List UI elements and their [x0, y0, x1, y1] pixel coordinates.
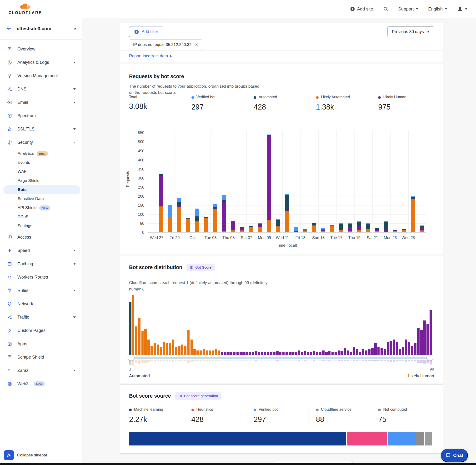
close-icon[interactable]: ✕ [195, 42, 198, 47]
bot-score-generation-badge[interactable]: Bot score generation [175, 392, 222, 400]
sidebar-item-custom-pages[interactable]: Custom Pages [0, 324, 82, 337]
sidebar-item-scrape-shield[interactable]: Scrape Shield [0, 350, 82, 364]
bar-segment-likely-automated [420, 231, 424, 232]
gridline-vertical [408, 130, 409, 232]
main-content: Add filter IP does not equal 35.212.240.… [82, 18, 476, 465]
sidebar-item-dns[interactable]: DNS [0, 82, 82, 96]
add-filter-button[interactable]: Add filter [129, 26, 163, 37]
bar-segment-likely-automated [366, 229, 370, 232]
divider [120, 50, 443, 51]
x-axis-labels: Wed 27Fri 29OctTue 03Thu 05Sat 07Mon 09W… [148, 235, 426, 241]
sidebar-item-page-shield[interactable]: Page Shield [0, 176, 82, 185]
bar-segment-automated [348, 224, 352, 228]
sidebar-item-events[interactable]: Events [0, 158, 82, 167]
sidebar-item-label: API Shield [18, 205, 36, 210]
slider-handle-min[interactable] [128, 355, 134, 361]
histogram-bar [353, 347, 355, 355]
bot-score-badge[interactable]: Bot Score [186, 264, 215, 271]
bar-segment-likely-automated [222, 232, 226, 232]
histogram-reflection-bar [132, 360, 135, 366]
histogram-reflection-bar [328, 360, 331, 361]
support-menu[interactable]: Support [398, 6, 418, 12]
collapse-sidebar[interactable]: Collapse sidebar [0, 448, 82, 463]
sidebar-item-overview[interactable]: Overview [0, 42, 82, 56]
sidebar-item-label: Scrape Shield [17, 355, 44, 360]
sidebar-item-workers-routes[interactable]: Workers Routes [0, 270, 82, 284]
filter-card: Add filter IP does not equal 35.212.240.… [120, 23, 443, 62]
histogram-bar [148, 339, 150, 355]
account-menu[interactable] [457, 6, 467, 12]
sidebar-item-analytics-logs[interactable]: Analytics & Logs [0, 56, 82, 69]
histogram-bar [356, 349, 358, 355]
sidebar-item-sensitive-data[interactable]: Sensitive Data [0, 194, 82, 203]
sidebar-item-bots[interactable]: Bots [3, 185, 81, 194]
expand-site-menu-icon[interactable] [74, 28, 76, 30]
sidebar-item-security[interactable]: Security [0, 136, 82, 149]
histogram-reflection-bar [172, 360, 174, 362]
sidebar-item-settings[interactable]: Settings [0, 222, 82, 231]
chat-button[interactable]: Chat [441, 449, 468, 462]
sidebar-item-spectrum[interactable]: Spectrum [0, 109, 82, 122]
sidebar-item-caching[interactable]: Caching [0, 257, 82, 270]
histogram-bar [340, 351, 343, 355]
histogram-bar [304, 351, 306, 355]
report-incorrect-data-link[interactable]: Report incorrect data [129, 53, 172, 59]
filter-chip[interactable]: IP does not equal 35.212.240.32 ✕ [129, 39, 202, 50]
sidebar-item-network[interactable]: Network [0, 297, 82, 310]
gridline-vertical [426, 130, 426, 232]
new-badge: New [39, 205, 50, 211]
chevron-down-icon [73, 263, 76, 265]
legend-dot [129, 409, 132, 411]
sidebar-item-api-shield[interactable]: API ShieldNew [0, 203, 82, 212]
histogram-bar [295, 352, 297, 355]
site-name[interactable]: cftestsite3.com [17, 26, 70, 32]
histogram-reflection-bar [414, 360, 416, 361]
chevron-down-icon [73, 290, 76, 291]
back-arrow-icon[interactable] [6, 26, 12, 32]
add-site-button[interactable]: Add site [350, 6, 373, 12]
gear-icon[interactable] [4, 450, 14, 460]
histogram-reflection-bar [377, 360, 380, 361]
histogram-reflection-bar [252, 360, 254, 360]
caching-icon [7, 261, 12, 266]
sidebar-item-web3[interactable]: Web3New [0, 377, 82, 391]
histogram-bar [227, 352, 230, 355]
sidebar-item-access[interactable]: Access [0, 231, 82, 244]
histogram-reflection-bar [295, 360, 297, 360]
histogram-bar [144, 329, 147, 355]
custom-pages-icon [7, 328, 12, 333]
language-menu[interactable]: English [428, 6, 447, 12]
sidebar-item-label: Events [18, 160, 30, 165]
histogram-bar [276, 351, 279, 355]
sidebar-item-label: WAF [18, 169, 26, 174]
cloudflare-logo[interactable]: CLOUDFLARE [9, 3, 42, 15]
stat-value: 297 [254, 415, 309, 424]
sidebar-item-waf[interactable]: WAF [0, 167, 82, 176]
histogram-bar [399, 349, 401, 355]
date-range-select[interactable]: Previous 30 days [387, 26, 434, 37]
histogram-bar [344, 348, 346, 355]
email-icon [7, 100, 12, 105]
sidebar-item-apps[interactable]: Apps [0, 337, 82, 350]
sidebar-item-ssl-tls[interactable]: SSL/TLS [0, 122, 82, 136]
stacked-bar [411, 196, 415, 232]
chevron-down-icon [73, 370, 76, 371]
slider-handle-max[interactable] [427, 355, 433, 361]
stacked-bar [330, 225, 334, 232]
x-tick-label: Sun 15 [312, 235, 325, 240]
sidebar-item-traffic[interactable]: Traffic [0, 310, 82, 324]
histogram-bar [374, 343, 377, 355]
bar-segment-likely-automated [159, 206, 163, 232]
sidebar-item-rules[interactable]: Rules [0, 284, 82, 297]
sidebar-item-zaraz[interactable]: Zaraz [0, 364, 82, 377]
sidebar-item-label: DNS [17, 87, 26, 92]
histogram-reflection-bar [408, 360, 411, 361]
sidebar-item-analytics[interactable]: AnalyticsBeta [0, 149, 82, 158]
search-button[interactable] [383, 6, 388, 12]
sidebar-item-speed[interactable]: Speed [0, 244, 82, 257]
sidebar-item-label: Sensitive Data [18, 196, 44, 201]
sidebar-item-email[interactable]: Email [0, 96, 82, 109]
histogram-bar [169, 343, 171, 355]
sidebar-item-ddos[interactable]: DDoS [0, 212, 82, 222]
sidebar-item-version-management[interactable]: Version Management [0, 69, 82, 82]
